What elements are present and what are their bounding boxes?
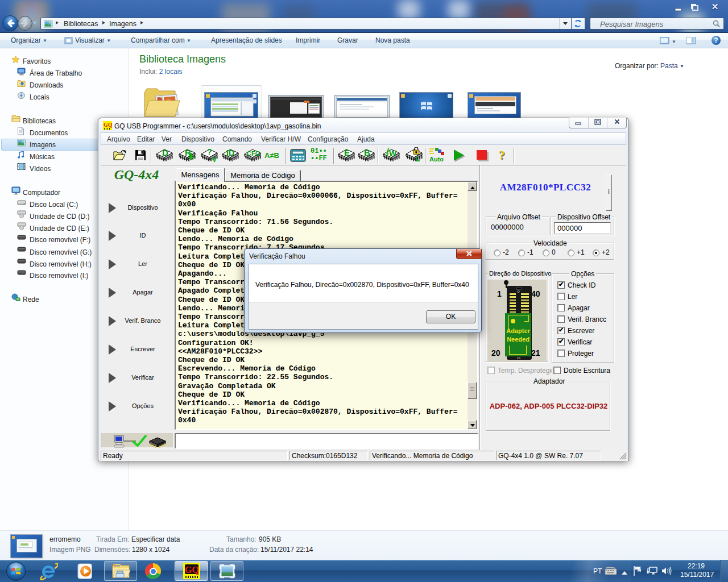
svg-text:ID: ID [226, 148, 234, 157]
svg-text:E: E [344, 148, 350, 157]
svg-text:?: ? [207, 147, 212, 156]
svg-text:V: V [212, 156, 217, 164]
svg-text:D: D [162, 148, 168, 157]
svg-text:L: L [415, 154, 420, 163]
svg-text:B: B [364, 148, 370, 157]
svg-text:CFG: CFG [247, 150, 260, 157]
svg-text:W: W [389, 149, 397, 158]
